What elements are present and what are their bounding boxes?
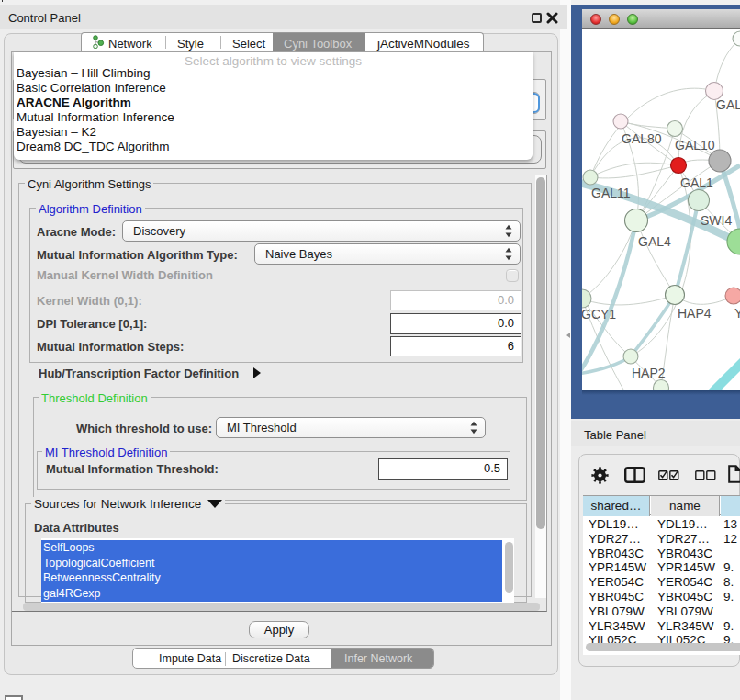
svg-text:GAL4: GAL4 (638, 234, 671, 249)
svg-text:SWI4: SWI4 (701, 213, 732, 228)
svg-text:GAL: GAL (716, 97, 740, 112)
svg-text:GAL1: GAL1 (680, 175, 713, 190)
svg-text:HAP2: HAP2 (632, 366, 666, 380)
svg-text:GAL11: GAL11 (591, 186, 631, 200)
svg-text:HAP4: HAP4 (678, 306, 712, 321)
svg-text:Y: Y (734, 306, 740, 321)
svg-text:GAL10: GAL10 (675, 138, 715, 152)
svg-text:GCY1: GCY1 (582, 307, 616, 322)
svg-text:GAL80: GAL80 (622, 131, 662, 146)
